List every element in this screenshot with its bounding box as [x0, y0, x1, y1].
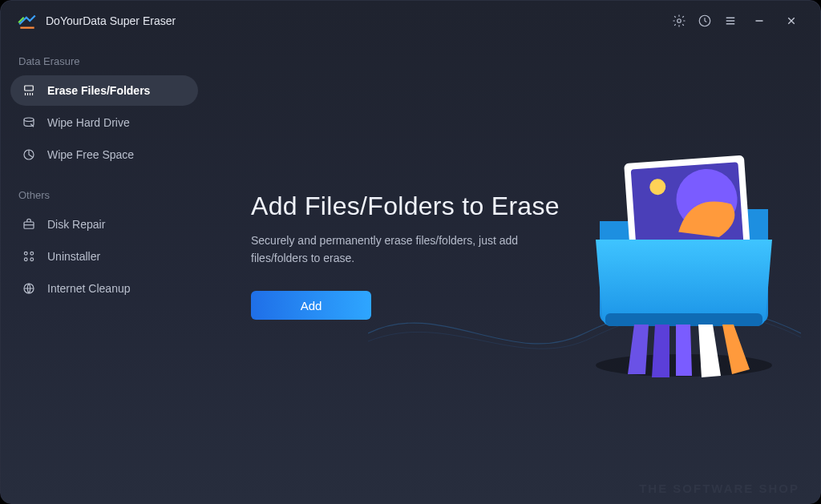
sidebar: Data Erasure Erase Files/Folders: [1, 41, 208, 503]
minimize-button[interactable]: [743, 8, 775, 34]
history-button[interactable]: [692, 8, 718, 34]
sidebar-item-wipe-free-space[interactable]: Wipe Free Space: [10, 139, 198, 170]
sidebar-item-label: Erase Files/Folders: [47, 84, 150, 97]
svg-rect-16: [605, 313, 762, 326]
hamburger-menu-button[interactable]: [718, 8, 743, 34]
pie-icon: [22, 147, 36, 162]
svg-point-7: [30, 252, 34, 255]
close-button[interactable]: [775, 8, 807, 34]
sidebar-item-label: Wipe Hard Drive: [47, 116, 130, 129]
app-logo-icon: [17, 10, 38, 31]
titlebar: DoYourData Super Eraser: [1, 1, 820, 41]
sidebar-item-label: Wipe Free Space: [47, 148, 134, 161]
sidebar-item-wipe-drive[interactable]: Wipe Hard Drive: [10, 107, 198, 138]
sidebar-section-label: Others: [10, 186, 198, 209]
toolbox-icon: [22, 217, 36, 232]
grid-icon: [22, 249, 36, 264]
app-body: Data Erasure Erase Files/Folders: [1, 41, 820, 503]
sidebar-item-label: Uninstaller: [47, 250, 100, 263]
page-title: Add Files/Folders to Erase: [251, 192, 560, 221]
sidebar-item-label: Disk Repair: [47, 218, 105, 231]
globe-clean-icon: [22, 281, 36, 296]
sidebar-item-disk-repair[interactable]: Disk Repair: [10, 209, 198, 240]
watermark-text: THE SOFTWARE SHOP: [639, 482, 799, 495]
shredder-icon: [22, 83, 36, 98]
disk-wipe-icon: [22, 115, 36, 130]
sidebar-item-uninstaller[interactable]: Uninstaller: [10, 241, 198, 272]
svg-point-8: [24, 258, 27, 261]
svg-rect-2: [25, 86, 34, 91]
svg-point-3: [24, 118, 34, 122]
svg-point-6: [24, 252, 27, 255]
settings-button[interactable]: [666, 8, 692, 34]
app-title: DoYourData Super Eraser: [46, 14, 176, 27]
page-subtext: Securely and permanently erase files/fol…: [251, 232, 556, 267]
shredder-illustration: [572, 145, 796, 377]
sidebar-item-label: Internet Cleanup: [47, 282, 131, 295]
svg-point-9: [30, 258, 34, 261]
sidebar-item-internet-cleanup[interactable]: Internet Cleanup: [10, 273, 198, 304]
svg-point-0: [677, 19, 681, 23]
hero-block: Add Files/Folders to Erase Securely and …: [251, 192, 560, 320]
add-button[interactable]: Add: [251, 291, 371, 320]
app-window: DoYourData Super Eraser: [0, 0, 821, 504]
sidebar-section-label: Data Erasure: [10, 52, 198, 75]
sidebar-item-erase-files[interactable]: Erase Files/Folders: [10, 75, 198, 106]
main-panel: Add Files/Folders to Erase Securely and …: [208, 41, 820, 503]
